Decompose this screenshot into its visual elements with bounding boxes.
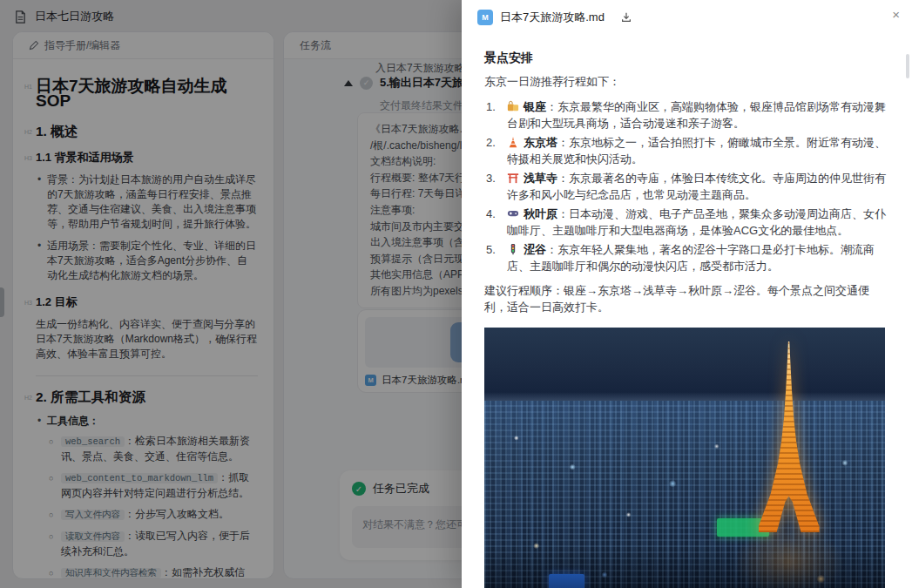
shopping-bags-icon [507, 100, 519, 112]
tokyo-night-photo [484, 328, 885, 588]
spot-item-shibuya: 5.涩谷：东京年轻人聚集地，著名的涩谷十字路口是必打卡地标。潮流商店、主题咖啡厅… [484, 242, 887, 274]
spot-list: 1.银座：东京最繁华的商业区，高端购物体验，银座博品馆剧场常有动漫舞台剧和大型玩… [484, 99, 887, 274]
drawer-scrollbar[interactable] [906, 54, 909, 78]
tokyo-tower-silhouette [759, 341, 820, 532]
close-icon[interactable]: × [892, 6, 900, 24]
download-button[interactable] [620, 11, 632, 24]
spot-item-akihabara: 4.秋叶原：日本动漫、游戏、电子产品圣地，聚集众多动漫周边商店、女仆咖啡厅、主题… [484, 206, 887, 239]
traffic-light-icon [507, 243, 519, 255]
tokyo-tower-icon [507, 136, 519, 148]
torii-gate-icon [507, 172, 519, 184]
drawer-header: M 日本7天旅游攻略.md [462, 0, 912, 35]
file-preview-drawer: M 日本7天旅游攻略.md × 景点安排 东京一日游推荐行程如下： 1.银座：东… [462, 0, 912, 588]
spot-item-sensoji: 3.浅草寺：东京最著名的寺庙，体验日本传统文化。寺庙周边的仲见世街有许多和风小吃… [484, 171, 887, 203]
foreground-shadow [484, 546, 885, 588]
spot-item-tokyo-tower: 2.东京塔：东京地标之一，适合拍照打卡，俯瞰城市全景。附近常有动漫、特摄相关展览… [484, 135, 887, 167]
markdown-file-icon: M [477, 10, 493, 25]
section-intro: 东京一日游推荐行程如下： [484, 74, 887, 90]
route-suggestion: 建议行程顺序：银座→东京塔→浅草寺→秋叶原→涩谷。每个景点之间交通便利，适合一日… [484, 283, 887, 315]
drawer-document: 景点安排 东京一日游推荐行程如下： 1.银座：东京最繁华的商业区，高端购物体验，… [484, 51, 887, 588]
section-title: 景点安排 [484, 51, 887, 66]
spot-item-ginza: 1.银座：东京最繁华的商业区，高端购物体验，银座博品馆剧场常有动漫舞台剧和大型玩… [484, 99, 887, 132]
drawer-file-title: 日本7天旅游攻略.md [500, 10, 605, 25]
game-controller-icon [507, 207, 519, 220]
